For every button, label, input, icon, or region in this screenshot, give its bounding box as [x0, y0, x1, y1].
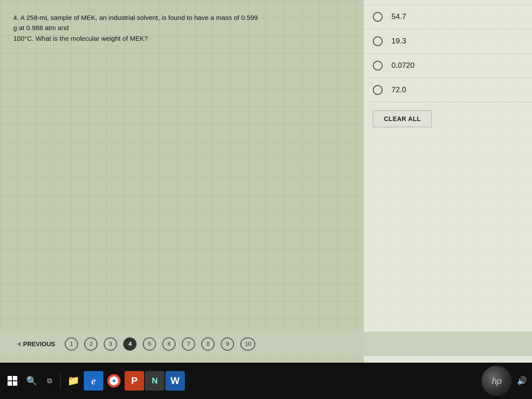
navigation-bar: < PREVIOUS 1 2 3 4 5 6 7 8 9 10	[0, 332, 532, 356]
nav-item-4[interactable]: 4	[123, 337, 137, 351]
answers-panel: 54.7 19.3 0.0720 72.0 CLEAR ALL	[364, 0, 532, 364]
question-panel: 4. A 258-mL sample of MEK, an industrial…	[0, 0, 364, 364]
hp-logo: hp	[481, 366, 512, 396]
nav-item-2[interactable]: 2	[84, 337, 98, 351]
question-line1: 4. A 258-mL sample of MEK, an industrial…	[13, 14, 258, 31]
radio-d[interactable]	[373, 85, 383, 95]
question-line2: 100°C. What is the molecular weight of M…	[13, 35, 148, 42]
main-content-area: 4. A 258-mL sample of MEK, an industrial…	[0, 0, 532, 364]
hp-text: hp	[492, 376, 501, 386]
answer-value-c: 0.0720	[391, 61, 415, 70]
speaker-icon[interactable]: 🔊	[517, 376, 527, 386]
radio-c[interactable]	[373, 61, 383, 70]
taskbar-separator	[60, 373, 61, 389]
answer-option-c[interactable]: 0.0720	[364, 54, 532, 78]
task-view-icon[interactable]: ⧉	[41, 372, 58, 389]
radio-a[interactable]	[373, 12, 383, 22]
taskbar: 🔍 ⧉ 📁 e P N W hp 🔊	[0, 363, 532, 399]
nav-item-1[interactable]: 1	[65, 337, 78, 351]
nav-item-3[interactable]: 3	[104, 337, 117, 351]
nav-item-6[interactable]: 6	[162, 337, 176, 351]
clear-all-container: CLEAR ALL	[364, 102, 532, 135]
word-icon[interactable]: W	[165, 371, 185, 391]
answer-value-b: 19.3	[391, 37, 406, 46]
windows-logo	[8, 376, 17, 386]
answer-option-d[interactable]: 72.0	[364, 78, 532, 102]
powerpoint-icon[interactable]: P	[125, 371, 144, 391]
edge-browser-icon[interactable]: e	[84, 371, 103, 391]
answer-value-d: 72.0	[391, 86, 406, 94]
chrome-browser-icon[interactable]	[104, 371, 124, 391]
search-icon[interactable]: 🔍	[23, 372, 40, 389]
previous-button[interactable]: < PREVIOUS	[18, 340, 55, 348]
nav-item-8[interactable]: 8	[201, 337, 215, 351]
nav-item-5[interactable]: 5	[143, 337, 156, 351]
windows-start-button[interactable]	[3, 371, 22, 391]
nav-item-9[interactable]: 9	[221, 337, 234, 351]
answer-option-b[interactable]: 19.3	[364, 29, 532, 54]
nav-item-10[interactable]: 10	[240, 337, 255, 351]
radio-b[interactable]	[373, 36, 383, 46]
answer-value-a: 54.7	[391, 12, 406, 21]
question-text: 4. A 258-mL sample of MEK, an industrial…	[13, 12, 262, 43]
clear-all-button[interactable]: CLEAR ALL	[373, 110, 432, 127]
file-explorer-icon[interactable]: 📁	[63, 371, 83, 391]
notepad-icon[interactable]: N	[145, 371, 164, 391]
answer-option-a[interactable]: 54.7	[364, 4, 532, 29]
nav-item-7[interactable]: 7	[182, 337, 195, 351]
